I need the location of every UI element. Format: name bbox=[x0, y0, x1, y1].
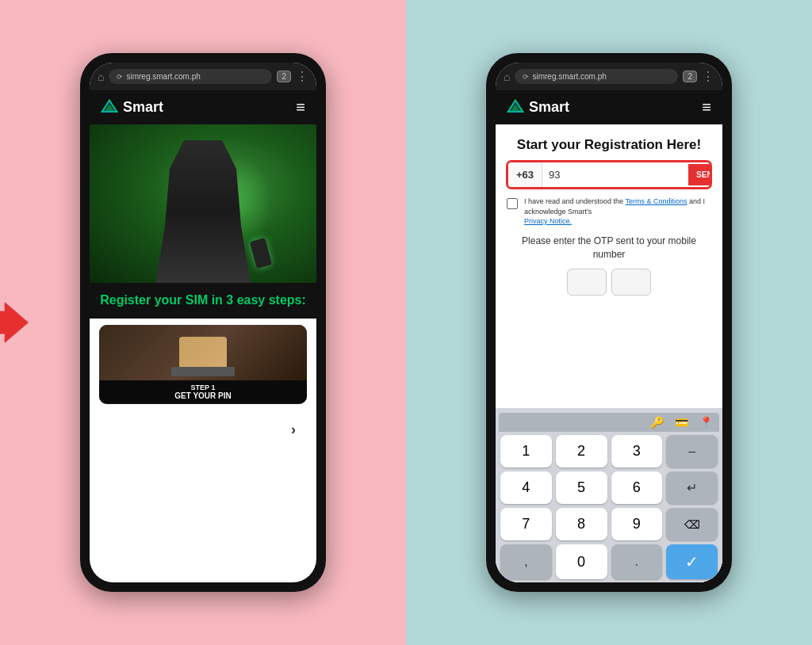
key-5[interactable]: 5 bbox=[556, 471, 607, 504]
location-icon[interactable]: 📍 bbox=[699, 416, 713, 429]
red-arrow-shape bbox=[0, 302, 29, 343]
key-4[interactable]: 4 bbox=[500, 471, 552, 504]
step-label: STEP 1 GET YOUR PIN bbox=[99, 380, 307, 403]
right-phone-frame: ⌂ ⟳ simreg.smart.com.ph 2 ⋮ bbox=[486, 53, 732, 592]
nav-arrow-icon[interactable]: › bbox=[291, 422, 296, 438]
key-1[interactable]: 1 bbox=[500, 435, 552, 468]
left-hamburger-icon[interactable]: ≡ bbox=[296, 98, 305, 116]
right-url-text: simreg.smart.com.ph bbox=[532, 72, 606, 81]
card-icon[interactable]: 💳 bbox=[675, 416, 688, 429]
right-tab-count[interactable]: 2 bbox=[683, 71, 697, 82]
left-menu-dots[interactable]: ⋮ bbox=[296, 69, 308, 84]
key-8[interactable]: 8 bbox=[556, 508, 607, 540]
terms-checkbox[interactable] bbox=[507, 198, 518, 209]
right-smart-logo-icon bbox=[507, 99, 524, 116]
sim-card-shape bbox=[179, 337, 227, 368]
otp-input-1[interactable] bbox=[567, 269, 607, 296]
left-smart-navbar: Smart ≡ bbox=[90, 90, 316, 124]
sim-image bbox=[99, 325, 307, 380]
left-tab-count[interactable]: 2 bbox=[277, 71, 291, 82]
registration-title: Start your Registration Here! bbox=[507, 137, 711, 153]
key-2[interactable]: 2 bbox=[556, 435, 607, 468]
key-minus[interactable]: – bbox=[666, 435, 718, 468]
left-panel: ⌂ ⟳ simreg.smart.com.ph 2 ⋮ bbox=[0, 0, 406, 645]
main-layout: ⌂ ⟳ simreg.smart.com.ph 2 ⋮ bbox=[0, 0, 812, 645]
step-image-area: STEP 1 GET YOUR PIN bbox=[99, 325, 307, 404]
key-period[interactable]: . bbox=[611, 544, 663, 579]
step-number: STEP 1 bbox=[102, 384, 304, 391]
terms-text-before: I have read and understood the bbox=[524, 197, 625, 205]
hero-image-area bbox=[90, 124, 316, 283]
right-smart-logo: Smart bbox=[507, 99, 569, 116]
key-comma[interactable]: , bbox=[500, 544, 552, 579]
left-smart-logo: Smart bbox=[101, 99, 163, 116]
right-home-icon: ⌂ bbox=[504, 71, 510, 83]
register-heading: Register your SIM in 3 easy steps: bbox=[99, 292, 307, 309]
key-7[interactable]: 7 bbox=[500, 508, 552, 540]
left-url-bar[interactable]: ⟳ simreg.smart.com.ph bbox=[109, 69, 272, 84]
registration-body: Start your Registration Here! +63 SEND O… bbox=[496, 124, 722, 408]
otp-inputs-row bbox=[507, 269, 711, 296]
direction-arrow bbox=[0, 302, 29, 343]
right-smart-navbar: Smart ≡ bbox=[496, 90, 722, 124]
send-otp-button[interactable]: SEND OTP bbox=[688, 164, 711, 185]
right-panel: ⌂ ⟳ simreg.smart.com.ph 2 ⋮ bbox=[406, 0, 812, 645]
keyboard-grid: 1 2 3 – 4 5 6 ↵ 7 8 9 ⌫ , bbox=[499, 435, 719, 579]
key-confirm[interactable]: ✓ bbox=[666, 544, 718, 579]
phone-input-row[interactable]: +63 SEND OTP bbox=[507, 161, 711, 189]
smart-logo-icon bbox=[101, 99, 118, 116]
left-brand-name: Smart bbox=[123, 99, 163, 116]
right-brand-name: Smart bbox=[529, 99, 569, 116]
key-0[interactable]: 0 bbox=[556, 544, 607, 579]
privacy-notice-link[interactable]: Privacy Notice. bbox=[524, 217, 572, 225]
key-return[interactable]: ↵ bbox=[666, 471, 718, 504]
home-icon: ⌂ bbox=[98, 71, 104, 83]
country-code: +63 bbox=[508, 162, 542, 187]
key-9[interactable]: 9 bbox=[611, 508, 663, 540]
right-menu-dots[interactable]: ⋮ bbox=[702, 69, 714, 84]
register-text-area: Register your SIM in 3 easy steps: bbox=[90, 283, 316, 319]
left-url-text: simreg.smart.com.ph bbox=[126, 72, 200, 81]
terms-row: I have read and understood the Terms & C… bbox=[507, 197, 711, 227]
phone-number-input[interactable] bbox=[542, 162, 688, 187]
key-3[interactable]: 3 bbox=[611, 435, 663, 468]
key-6[interactable]: 6 bbox=[611, 471, 663, 504]
right-url-bar[interactable]: ⟳ simreg.smart.com.ph bbox=[515, 69, 678, 84]
terms-conditions-link[interactable]: Terms & Conditions bbox=[625, 197, 687, 205]
sim-tray bbox=[171, 367, 235, 376]
left-phone-inner: ⌂ ⟳ simreg.smart.com.ph 2 ⋮ bbox=[90, 63, 316, 582]
otp-input-2[interactable] bbox=[611, 269, 651, 296]
left-phone-frame: ⌂ ⟳ simreg.smart.com.ph 2 ⋮ bbox=[80, 53, 326, 592]
right-hamburger-icon[interactable]: ≡ bbox=[702, 98, 711, 116]
left-browser-bar: ⌂ ⟳ simreg.smart.com.ph 2 ⋮ bbox=[90, 63, 316, 90]
keyboard-toolbar: 🔑 💳 📍 bbox=[499, 413, 719, 432]
right-phone-inner: ⌂ ⟳ simreg.smart.com.ph 2 ⋮ bbox=[496, 63, 722, 582]
otp-label: Please enter the OTP sent to your mobile… bbox=[507, 235, 711, 261]
bottom-nav-bar: › bbox=[99, 415, 307, 445]
key-backspace[interactable]: ⌫ bbox=[666, 508, 718, 540]
terms-text: I have read and understood the Terms & C… bbox=[524, 197, 711, 227]
step-description: GET YOUR PIN bbox=[102, 391, 304, 400]
key-icon[interactable]: 🔑 bbox=[650, 416, 664, 429]
right-browser-bar: ⌂ ⟳ simreg.smart.com.ph 2 ⋮ bbox=[496, 63, 722, 90]
keyboard-area: 🔑 💳 📍 1 2 3 – 4 5 6 bbox=[496, 408, 722, 582]
registration-content: Start your Registration Here! +63 SEND O… bbox=[496, 124, 722, 582]
